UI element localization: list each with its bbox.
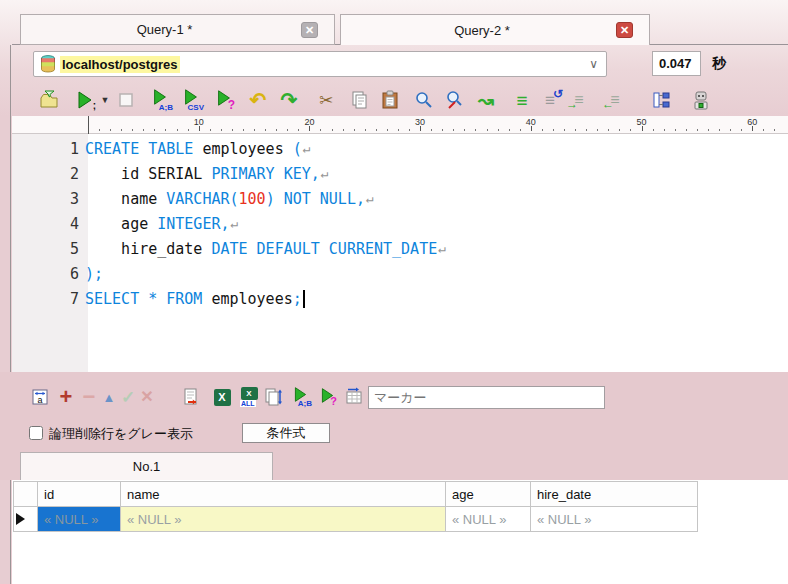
options-row: 論理削除行をグレー表示 条件式 <box>0 422 788 446</box>
tab-query-1[interactable]: Query-1 * ✕ <box>20 14 335 45</box>
run-dropdown-button[interactable]: ▼ <box>98 87 112 113</box>
undo-button[interactable]: ↶ <box>245 87 271 113</box>
insert-row-button[interactable]: + <box>54 385 78 409</box>
stop-square-icon <box>116 90 136 110</box>
unindent-button[interactable]: ≡ ← <box>602 87 628 113</box>
code-line[interactable]: 6); <box>12 261 788 286</box>
ruler-tick <box>741 129 742 131</box>
ruler-tick <box>531 126 532 131</box>
undo-icon: ↶ <box>250 90 267 110</box>
cancel-edit-button[interactable]: ✕ <box>135 385 159 409</box>
grid-cell[interactable]: « NULL » <box>446 507 531 532</box>
grid-cell[interactable]: « NULL » <box>121 507 446 532</box>
format-sql-button[interactable]: ≡ ↺ <box>537 87 563 113</box>
connection-combobox[interactable]: localhost/postgres ∨ <box>33 51 607 77</box>
indent-button[interactable]: ≡ → <box>566 87 592 113</box>
tab-query-2-close-icon[interactable]: ✕ <box>616 22 633 38</box>
code-line[interactable]: 1CREATE TABLE employees (↵ <box>12 136 788 161</box>
ruler-tick <box>210 129 211 131</box>
ruler-tick <box>332 129 333 131</box>
open-sql-button[interactable] <box>36 87 62 113</box>
search-replace-icon <box>445 90 465 110</box>
explain-plan-button[interactable] <box>648 87 674 113</box>
ruler-tick <box>132 129 133 131</box>
return-mark-icon: ↵ <box>366 191 374 206</box>
run-ab-button[interactable]: A;B <box>147 87 173 113</box>
sql-editor[interactable]: 1CREATE TABLE employees (↵2 id SERIAL PR… <box>12 134 788 372</box>
align-lines-button[interactable]: ≡ <box>509 87 535 113</box>
code-line[interactable]: 7SELECT * FROM employees; <box>12 286 788 311</box>
grid-column-header[interactable]: hire_date <box>531 482 698 507</box>
lines-icon: ≡ <box>516 91 527 110</box>
redo-icon: ↷ <box>281 90 298 110</box>
ruler-tick <box>254 129 255 131</box>
ruler-tick <box>143 129 144 131</box>
export-excel-all-button[interactable]: X ALL <box>237 385 261 409</box>
excel-icon: X <box>241 387 258 400</box>
monitor-button[interactable] <box>688 87 714 113</box>
ruler-tick <box>287 129 288 131</box>
cut-button[interactable]: ✂ <box>313 87 339 113</box>
grid-column-header[interactable]: id <box>38 482 121 507</box>
replace-button[interactable] <box>442 87 468 113</box>
return-mark-icon: ↵ <box>438 241 446 256</box>
grid-transfer-button[interactable] <box>342 385 366 409</box>
query-tab-bar: Query-1 * ✕ Query-2 * ✕ <box>0 14 788 45</box>
left-panel-divider <box>10 45 11 584</box>
ruler-tick <box>553 129 554 131</box>
code-line[interactable]: 4 age INTEGER,↵ <box>12 211 788 236</box>
ruler-tick <box>487 129 488 131</box>
condition-expression-button[interactable]: 条件式 <box>242 423 330 443</box>
result-tab-no1[interactable]: No.1 <box>20 452 273 480</box>
elapsed-time-value: 0.047 <box>659 56 692 71</box>
ruler-tick <box>298 129 299 131</box>
goto-next-button[interactable]: ↝ <box>473 87 499 113</box>
export-result-button[interactable] <box>179 385 203 409</box>
code-line[interactable]: 5 hire_date DATE DEFAULT CURRENT_DATE↵ <box>12 236 788 261</box>
gray-deleted-rows-checkbox[interactable] <box>29 426 43 440</box>
text-cursor <box>303 290 305 308</box>
result-run-ab-button[interactable]: A;B <box>288 385 312 409</box>
result-tab-label: No.1 <box>133 459 160 474</box>
redo-button[interactable]: ↷ <box>276 87 302 113</box>
ruler-tick <box>509 129 510 131</box>
row-marker-cell[interactable] <box>14 507 38 532</box>
run-csv-button[interactable]: CSV <box>178 87 204 113</box>
ruler-tick <box>188 129 189 131</box>
grid-column-header[interactable]: name <box>121 482 446 507</box>
ruler-tick <box>763 129 764 131</box>
tab-query-2[interactable]: Query-2 * ✕ <box>340 14 650 45</box>
ruler-tick <box>697 129 698 131</box>
tab-query-1-close-icon[interactable]: ✕ <box>301 22 318 38</box>
line-number: 6 <box>12 265 85 283</box>
current-row-pointer-icon <box>16 513 25 525</box>
marker-input[interactable] <box>368 386 605 409</box>
top-area: Query-1 * ✕ Query-2 * ✕ localhost/postgr… <box>0 0 788 116</box>
tab-query-2-label: Query-2 * <box>454 23 536 38</box>
export-excel-button[interactable]: X <box>210 385 234 409</box>
result-run-params-button[interactable]: ? <box>315 385 339 409</box>
result-grid-area: idnameagehire_date« NULL »« NULL »« NULL… <box>12 480 788 584</box>
code-text: CREATE TABLE employees ( <box>85 140 302 158</box>
run-sql-button[interactable]: ; <box>72 87 98 113</box>
run-with-params-button[interactable]: ? <box>211 87 237 113</box>
ruler-tick <box>664 129 665 131</box>
grid-column-header[interactable]: age <box>446 482 531 507</box>
ruler-tick <box>619 129 620 131</box>
copy-button[interactable] <box>346 87 372 113</box>
ruler-tick <box>365 129 366 131</box>
chevron-down-icon[interactable]: ∨ <box>589 57 600 71</box>
grid-cell[interactable]: « NULL » <box>38 507 121 532</box>
copy-result-button[interactable] <box>261 385 285 409</box>
paste-button[interactable] <box>377 87 403 113</box>
format-arrow-icon: ↺ <box>553 88 563 100</box>
fit-column-width-button[interactable]: a <box>28 385 52 409</box>
code-text: hire_date DATE DEFAULT CURRENT_DATE <box>85 240 437 258</box>
ruler-tick <box>675 129 676 131</box>
find-button[interactable] <box>411 87 437 113</box>
code-line[interactable]: 2 id SERIAL PRIMARY KEY,↵ <box>12 161 788 186</box>
ruler-tick <box>442 129 443 131</box>
stop-button[interactable] <box>113 87 139 113</box>
code-line[interactable]: 3 name VARCHAR(100) NOT NULL,↵ <box>12 186 788 211</box>
grid-cell[interactable]: « NULL » <box>531 507 698 532</box>
